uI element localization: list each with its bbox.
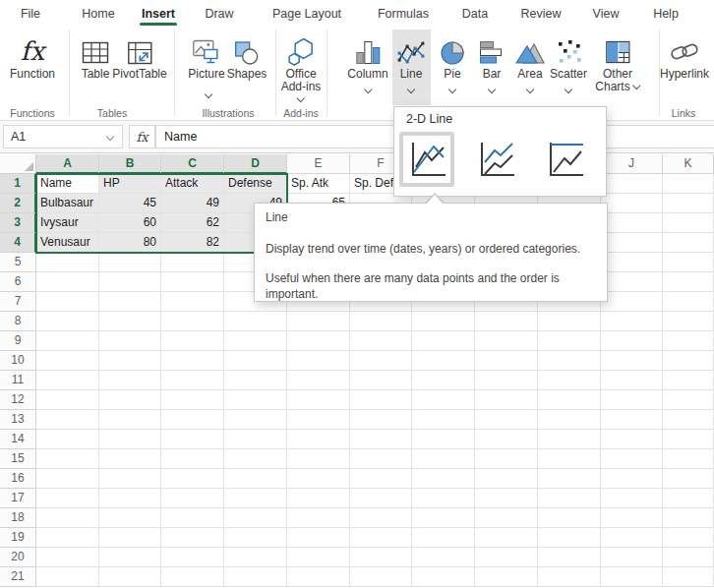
cell-D21[interactable] — [224, 567, 287, 587]
cell-F8[interactable] — [350, 312, 412, 331]
cell-I15[interactable] — [538, 449, 601, 469]
row-header-13[interactable]: 13 — [0, 410, 36, 430]
column-header-K[interactable]: K — [663, 154, 714, 174]
cell-J2[interactable] — [601, 194, 663, 213]
scatter-chart-button[interactable]: Scatter — [550, 30, 587, 92]
cell-J12[interactable] — [601, 390, 663, 410]
illustrations-chevron-down-icon[interactable] — [205, 90, 212, 98]
cell-C19[interactable] — [161, 528, 224, 548]
pie-chevron-down-icon[interactable] — [448, 86, 456, 93]
menu-tab-formulas[interactable]: Formulas — [378, 7, 429, 21]
cell-K7[interactable] — [663, 292, 714, 312]
cell-J3[interactable] — [601, 213, 663, 233]
cell-A8[interactable] — [36, 312, 99, 331]
cell-D14[interactable] — [224, 430, 287, 449]
cell-G21[interactable] — [412, 567, 475, 587]
row-header-11[interactable]: 11 — [0, 371, 36, 390]
cell-E1[interactable]: Sp. Atk — [287, 174, 350, 194]
cell-E14[interactable] — [287, 430, 350, 449]
row-header-21[interactable]: 21 — [0, 567, 36, 587]
cell-K18[interactable] — [663, 508, 714, 528]
cell-H10[interactable] — [475, 351, 538, 371]
cell-K17[interactable] — [663, 489, 714, 508]
cell-A12[interactable] — [36, 390, 99, 410]
menu-tab-home[interactable]: Home — [82, 7, 114, 21]
cell-K10[interactable] — [663, 351, 714, 371]
cell-B12[interactable] — [99, 390, 161, 410]
cell-D18[interactable] — [224, 508, 287, 528]
cell-K14[interactable] — [663, 430, 714, 449]
cell-J17[interactable] — [601, 489, 663, 508]
cell-D12[interactable] — [224, 390, 287, 410]
cell-A10[interactable] — [36, 351, 99, 371]
cell-E13[interactable] — [287, 410, 350, 430]
cell-C20[interactable] — [161, 548, 224, 567]
cell-D8[interactable] — [224, 312, 287, 331]
row-header-16[interactable]: 16 — [0, 469, 36, 489]
cell-I21[interactable] — [538, 567, 601, 587]
cell-C2[interactable]: 49 — [161, 194, 224, 213]
cell-K9[interactable] — [663, 331, 714, 351]
cell-K3[interactable] — [663, 213, 714, 233]
line-chart-button[interactable]: Line — [396, 30, 426, 92]
cell-C6[interactable] — [161, 272, 224, 292]
cell-F16[interactable] — [350, 469, 412, 489]
cell-H20[interactable] — [475, 548, 538, 567]
cell-H14[interactable] — [475, 430, 538, 449]
menu-tab-help[interactable]: Help — [653, 7, 679, 21]
hyperlink-button[interactable]: Hyperlink — [660, 30, 709, 81]
cell-E18[interactable] — [287, 508, 350, 528]
cell-D1[interactable]: Defense — [224, 174, 287, 194]
cell-F19[interactable] — [350, 528, 412, 548]
cell-D17[interactable] — [224, 489, 287, 508]
cell-K2[interactable] — [663, 194, 714, 213]
cell-G10[interactable] — [412, 351, 475, 371]
cell-G11[interactable] — [412, 371, 475, 390]
cell-F20[interactable] — [350, 548, 412, 567]
cell-G20[interactable] — [412, 548, 475, 567]
cell-D20[interactable] — [224, 548, 287, 567]
cell-H17[interactable] — [475, 489, 538, 508]
cell-B7[interactable] — [99, 292, 161, 312]
cell-K1[interactable] — [663, 174, 714, 194]
cell-J20[interactable] — [601, 548, 663, 567]
row-header-8[interactable]: 8 — [0, 312, 36, 331]
cell-I13[interactable] — [538, 410, 601, 430]
option-line-chart[interactable] — [399, 132, 454, 187]
cell-E11[interactable] — [287, 371, 350, 390]
cell-A11[interactable] — [36, 371, 99, 390]
cell-H16[interactable] — [475, 469, 538, 489]
cell-C16[interactable] — [161, 469, 224, 489]
cell-B17[interactable] — [99, 489, 161, 508]
cell-J1[interactable] — [601, 174, 663, 194]
cell-H15[interactable] — [475, 449, 538, 469]
cell-D16[interactable] — [224, 469, 287, 489]
cell-A2[interactable]: Bulbasaur — [36, 194, 99, 213]
cell-J16[interactable] — [601, 469, 663, 489]
cell-F15[interactable] — [350, 449, 412, 469]
cell-E10[interactable] — [287, 351, 350, 371]
cell-A7[interactable] — [36, 292, 99, 312]
cell-B10[interactable] — [99, 351, 161, 371]
cell-B4[interactable]: 80 — [99, 233, 161, 253]
cell-D10[interactable] — [224, 351, 287, 371]
cell-E19[interactable] — [287, 528, 350, 548]
cell-J19[interactable] — [601, 528, 663, 548]
cell-G12[interactable] — [412, 390, 475, 410]
cell-A5[interactable] — [36, 253, 99, 272]
cell-B8[interactable] — [99, 312, 161, 331]
cell-A3[interactable]: Ivysaur — [36, 213, 99, 233]
cell-J18[interactable] — [601, 508, 663, 528]
cell-C8[interactable] — [161, 312, 224, 331]
insert-function-button[interactable]: fx — [129, 125, 155, 148]
cell-J13[interactable] — [601, 410, 663, 430]
cell-B14[interactable] — [99, 430, 161, 449]
cell-K6[interactable] — [663, 272, 714, 292]
line-chevron-down-icon[interactable] — [407, 86, 415, 93]
cell-B16[interactable] — [99, 469, 161, 489]
cell-C13[interactable] — [161, 410, 224, 430]
table-button[interactable]: Table — [81, 30, 110, 81]
cell-F9[interactable] — [350, 331, 412, 351]
cell-C9[interactable] — [161, 331, 224, 351]
cell-G18[interactable] — [412, 508, 475, 528]
